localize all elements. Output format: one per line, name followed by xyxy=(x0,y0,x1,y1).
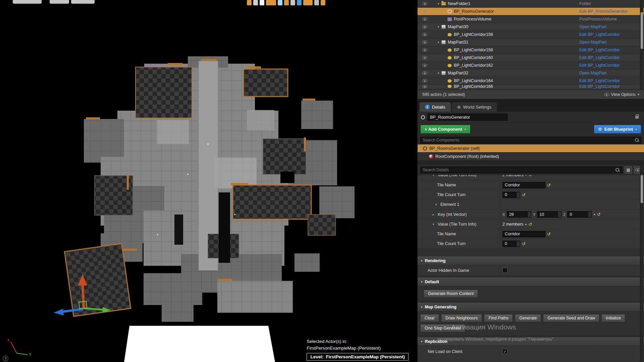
number-spinner[interactable] xyxy=(517,192,520,198)
toolbar-icon[interactable] xyxy=(278,0,282,5)
expand-arrow-icon[interactable]: ▾ xyxy=(436,2,441,5)
tile-name-input[interactable] xyxy=(502,231,545,237)
grid-view-button[interactable]: ▦ xyxy=(625,166,632,174)
edit-blueprint-link[interactable]: Edit BP_LightCorridor xyxy=(579,85,620,89)
open-mappart-link[interactable]: Open MapPart xyxy=(579,24,606,29)
component-item-root[interactable]: RootComponent (Root) (Inherited) xyxy=(418,153,644,161)
lock-icon[interactable] xyxy=(635,116,639,119)
reset-to-default-icon[interactable]: ↺ xyxy=(529,222,532,227)
edit-blueprint-link[interactable]: Edit BP_LightCorridor xyxy=(579,48,620,52)
tile-count-input[interactable] xyxy=(502,192,517,198)
visibility-eye-icon[interactable] xyxy=(422,79,427,82)
current-level-badge[interactable]: Level:FirstPersonExampleMap (Persistent) xyxy=(307,353,409,361)
expand-arrow-icon[interactable]: ▾ xyxy=(431,223,436,226)
reset-to-default-icon[interactable]: ↺ xyxy=(522,193,526,197)
property-row-element1[interactable]: ▾ Element 1 xyxy=(418,200,644,209)
toolbar-icon[interactable] xyxy=(266,0,276,5)
find-paths-button[interactable]: Find Paths xyxy=(484,314,513,322)
toolbar-icon[interactable] xyxy=(303,0,313,5)
outliner-row-postprocessvolume[interactable]: PostProcessVolume PostProcessVolume xyxy=(418,15,644,23)
visibility-eye-icon[interactable] xyxy=(422,25,427,28)
visibility-eye-icon[interactable] xyxy=(422,71,427,75)
outliner-row-mappart32[interactable]: ▾ MapPart32 Open MapPart xyxy=(418,69,644,77)
outliner-row-lightcorridor158[interactable]: BP_LightCorridor158 Edit BP_LightCorrido… xyxy=(418,46,644,54)
open-mappart-link[interactable]: Open MapPart xyxy=(579,71,606,75)
toolbar-icon[interactable] xyxy=(284,0,289,5)
clear-button[interactable]: Clear xyxy=(420,314,439,322)
viewport-3d[interactable]: x Y ? Selected Actor(s) in: FirstPersonE… xyxy=(0,0,417,362)
component-item-self[interactable]: BP_RoomsGenerator (self) xyxy=(418,144,644,153)
reset-to-default-icon[interactable]: ↺ xyxy=(547,183,551,187)
actor-hidden-checkbox[interactable] xyxy=(502,268,507,273)
outliner-row-mappart31[interactable]: ▾ MapPart31 Open MapPart xyxy=(418,39,644,46)
number-spinner[interactable] xyxy=(517,241,520,247)
net-load-checkbox[interactable]: ✓ xyxy=(502,349,507,354)
details-scrollbar[interactable] xyxy=(640,165,643,362)
outliner-row-lightcorridor156[interactable]: BP_LightCorridor156 Edit BP_LightCorrido… xyxy=(418,31,644,39)
visibility-eye-icon[interactable] xyxy=(422,56,427,59)
scrollbar-thumb[interactable] xyxy=(641,12,643,49)
expand-arrow-icon[interactable]: ▾ xyxy=(436,41,441,44)
visibility-eye-icon[interactable] xyxy=(422,2,427,5)
outliner-row-mappart30[interactable]: ▾ MapPart30 Open MapPart xyxy=(418,23,644,31)
toolbar-icon[interactable] xyxy=(253,0,258,5)
scrollbar-thumb[interactable] xyxy=(641,175,643,203)
generate-seed-and-draw-button[interactable]: Generate Seed and Draw xyxy=(543,314,599,322)
edit-blueprint-link[interactable]: Edit BP_LightCorridor xyxy=(579,55,620,60)
tile-count-input[interactable] xyxy=(502,241,517,247)
section-map-generating[interactable]: ▾ Map Generating xyxy=(418,303,644,311)
outliner-row-lightcorridor166[interactable]: BP_LightCorridor166 Edit BP_LightCorrido… xyxy=(418,85,644,89)
key-z-input[interactable] xyxy=(567,211,588,218)
toolbar-icon[interactable] xyxy=(297,0,302,5)
collapsed-arrow-icon[interactable]: ▸ xyxy=(431,213,436,216)
expand-arrow-icon[interactable]: ▾ xyxy=(434,203,438,206)
help-button[interactable]: ? xyxy=(3,356,8,361)
number-spinner[interactable] xyxy=(558,211,561,218)
actor-name-field[interactable] xyxy=(428,114,507,121)
edit-blueprint-link[interactable]: Edit BP_LightCorridor xyxy=(579,78,620,83)
search-components-input[interactable] xyxy=(420,137,641,143)
draw-neighbours-button[interactable]: Draw Neighbours xyxy=(441,314,482,322)
section-default[interactable]: ▾ Default xyxy=(418,278,644,286)
visibility-eye-icon[interactable] xyxy=(422,17,427,21)
tab-world-settings[interactable]: ⊕ World Settings xyxy=(452,102,497,112)
visibility-eye-icon[interactable] xyxy=(422,48,427,52)
view-options-button[interactable]: View Options ▾ xyxy=(604,92,639,97)
tab-details[interactable]: i Details xyxy=(420,102,451,112)
toolbar-icon[interactable] xyxy=(260,0,264,5)
initialize-button[interactable]: Initialize xyxy=(601,314,625,322)
reset-to-default-icon[interactable]: ↺ xyxy=(597,212,600,217)
section-replication[interactable]: ▾ Replication xyxy=(418,337,644,346)
caret-down-icon[interactable]: ▾ xyxy=(525,223,527,226)
outliner-scrollbar[interactable] xyxy=(640,0,643,89)
outliner-row-newfolder1[interactable]: ▾ NewFolder1 Folder xyxy=(418,0,644,8)
number-spinner[interactable] xyxy=(588,211,592,218)
visibility-eye-icon[interactable] xyxy=(422,64,427,67)
reset-to-default-icon[interactable]: ↺ xyxy=(529,175,532,177)
outliner-row-lightcorridor160[interactable]: BP_LightCorridor160 Edit BP_LightCorrido… xyxy=(418,54,644,62)
one-step-generate-button[interactable]: One Step Generate xyxy=(420,324,465,332)
search-details-input[interactable] xyxy=(420,167,623,173)
number-spinner[interactable] xyxy=(528,211,531,218)
outliner-row-lightcorridor162[interactable]: BP_LightCorridor162 Edit BP_LightCorrido… xyxy=(418,62,644,69)
key-x-input[interactable] xyxy=(507,211,528,218)
toolbar-icon[interactable] xyxy=(314,0,319,5)
visibility-eye-icon[interactable] xyxy=(422,85,427,88)
reset-to-default-icon[interactable]: ↺ xyxy=(522,242,526,246)
add-component-button[interactable]: + Add Component ▾ xyxy=(420,125,471,134)
section-rendering[interactable]: ▾ Rendering xyxy=(418,256,644,265)
expand-arrow-icon[interactable]: ▾ xyxy=(431,175,436,177)
edit-blueprint-link[interactable]: Edit BP_RoomsGenerator xyxy=(579,9,628,14)
toolbar-icon[interactable] xyxy=(290,0,295,5)
edit-blueprint-link[interactable]: Edit BP_LightCorridor xyxy=(579,32,620,37)
caret-down-icon[interactable]: ▾ xyxy=(525,175,527,177)
edit-blueprint-link[interactable]: Edit BP_LightCorridor xyxy=(579,63,620,68)
toolbar-icon[interactable] xyxy=(247,0,252,5)
reset-to-default-icon[interactable]: ↺ xyxy=(547,232,551,236)
expand-arrow-icon[interactable]: ▾ xyxy=(436,71,441,75)
property-row-clipped[interactable]: ▾ Value (Tile Turn Info) 2 members ▾ ↺ xyxy=(418,175,644,180)
outliner-row-bp-roomsgenerator[interactable]: BP_RoomsGenerator Edit BP_RoomsGenerator xyxy=(418,8,644,15)
visibility-eye-icon[interactable] xyxy=(422,33,427,36)
outliner-row-lightcorridor164[interactable]: BP_LightCorridor164 Edit BP_LightCorrido… xyxy=(418,77,644,85)
generate-room-content-button[interactable]: Generate Room Content xyxy=(424,290,478,298)
